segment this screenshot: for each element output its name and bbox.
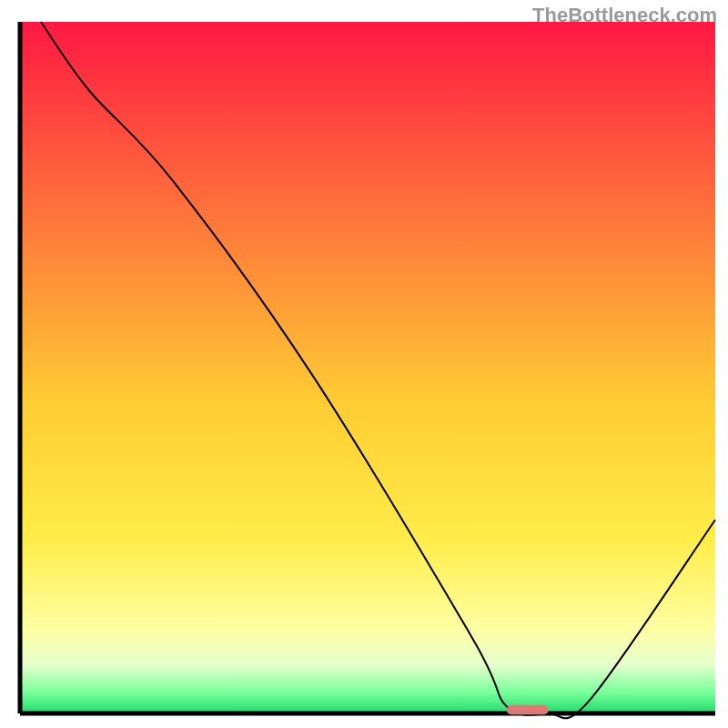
plot-background <box>20 22 715 713</box>
chart-container: TheBottleneck.com <box>0 0 728 728</box>
bottleneck-chart <box>0 0 728 728</box>
optimal-marker <box>507 705 549 714</box>
